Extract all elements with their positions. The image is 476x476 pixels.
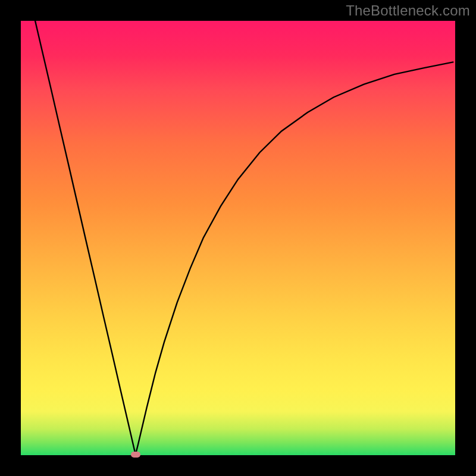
- bottleneck-curve: [21, 21, 455, 455]
- curve-minimum-marker: [131, 452, 140, 458]
- chart-frame: TheBottleneck.com: [0, 0, 476, 476]
- chart-plot-area: [21, 21, 455, 455]
- watermark-text: TheBottleneck.com: [346, 2, 470, 19]
